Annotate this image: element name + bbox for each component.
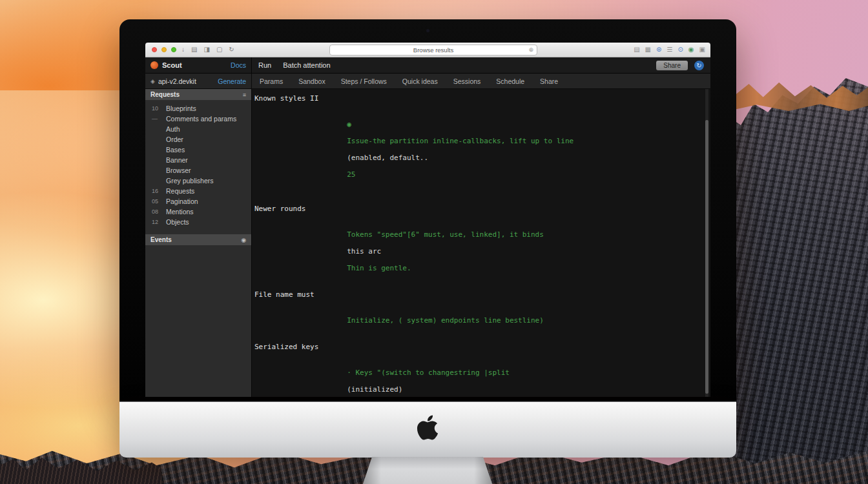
app-subheader: ◈ api-v2.devkit Generate Params Sandbox … xyxy=(145,74,710,89)
doc-line: · Keys "(switch to changestring |split (… xyxy=(254,352,699,397)
breadcrumb-item[interactable]: Batch attention xyxy=(283,61,330,69)
screenshot-stage: ↓ ▤ ◨ ▢ ↻ Browse results ⊕ ▤ ▦ xyxy=(0,0,868,484)
sidebar-item[interactable]: 16 Requests xyxy=(145,186,251,196)
app-header-main-section: Run Batch attention Share ↻ xyxy=(252,57,710,73)
extension-icons: ▤ ▦ ⊛ ☰ ⊙ ◉ ▣ xyxy=(634,45,705,54)
doc-content: Known styles II ◉ Issue-the partition in… xyxy=(252,89,710,397)
close-button[interactable] xyxy=(152,47,157,52)
browser-window: ↓ ▤ ◨ ▢ ↻ Browse results ⊕ ▤ ▦ xyxy=(145,43,710,395)
sidebar-item[interactable]: Banner xyxy=(145,155,251,165)
sidebar-footer-label: Events xyxy=(150,236,172,243)
sidebar-item-label: Comments and params xyxy=(166,115,236,123)
toolbar-icon[interactable]: ↻ xyxy=(229,45,234,54)
toolbar-icon[interactable]: ↓ xyxy=(181,45,185,54)
toolbar-icon[interactable]: ◨ xyxy=(203,45,209,54)
doc-text-segment: Initialize, ( system) endpoints line bes… xyxy=(347,316,544,325)
settings-icon[interactable]: ◉ xyxy=(241,237,246,243)
sidebar-header[interactable]: Requests ≡ xyxy=(145,89,251,100)
tab[interactable]: Sessions xyxy=(453,77,481,85)
workspace-name: api-v2.devkit xyxy=(158,77,196,85)
doc-line: ◉ Issue-the partition inline-callbacks, … xyxy=(254,103,699,196)
reader-icon[interactable]: ⊕ xyxy=(528,45,533,55)
doc-block: Newer rounds Tokens "speed"[6" must, use… xyxy=(254,205,699,289)
doc-text-segment: · Keys "(switch to changestring |split xyxy=(347,368,513,377)
doc-text-segment: (enabled, default.. xyxy=(347,154,432,162)
url-field[interactable]: Browse results ⊕ xyxy=(329,45,537,55)
browser-toolbar-icons: ↓ ▤ ◨ ▢ ↻ xyxy=(181,45,234,54)
doc-text-segment: (initialized) xyxy=(347,385,402,394)
extension-icon[interactable]: ◉ xyxy=(688,45,694,54)
tab[interactable]: Steps / Follows xyxy=(341,77,387,85)
doc-block: Serialized keys · Keys "(switch to chang… xyxy=(254,343,699,397)
toolbar-icon[interactable]: ▢ xyxy=(216,45,222,54)
apple-logo xyxy=(415,412,440,443)
header-actions: Share ↻ xyxy=(656,61,704,70)
tab[interactable]: Schedule xyxy=(496,77,524,85)
sidebar-item-label: Browser xyxy=(166,166,191,174)
scrollbar-thumb[interactable] xyxy=(705,120,708,394)
sidebar-item-label: Order xyxy=(166,136,183,143)
generate-link[interactable]: Generate xyxy=(218,77,246,85)
tab-bar: Params Sandbox Steps / Follows Quick ide… xyxy=(252,74,710,88)
sidebar-item[interactable]: Order xyxy=(145,134,251,145)
browser-chrome: ↓ ▤ ◨ ▢ ↻ Browse results ⊕ ▤ ▦ xyxy=(145,43,710,57)
imac-camera xyxy=(426,29,429,32)
doc-text-segment: 25 xyxy=(347,170,355,179)
tab[interactable]: Sandbox xyxy=(298,77,325,85)
doc-text-segment: Issue-the partition inline-callbacks, li… xyxy=(347,137,578,145)
sidebar-item[interactable]: 10 Blueprints xyxy=(145,103,251,114)
sidebar-item-label: Auth xyxy=(166,125,180,133)
sidebar-item-label: Bases xyxy=(166,146,185,154)
breadcrumb-item[interactable]: Run xyxy=(258,61,271,69)
doc-block: Known styles II ◉ Issue-the partition in… xyxy=(254,94,699,196)
sidebar-header-label: Requests xyxy=(150,91,180,98)
sidebar-item[interactable]: Bases xyxy=(145,145,251,155)
sidebar-item-badge: — xyxy=(152,116,163,122)
extension-icon[interactable]: ▣ xyxy=(699,45,705,54)
sidebar-item[interactable]: Browser xyxy=(145,165,251,176)
sidebar-item[interactable]: — Comments and params xyxy=(145,114,251,124)
sidebar-item-badge: 16 xyxy=(152,188,163,194)
app-body: Requests ≡ 10 Blueprints — Comments and … xyxy=(145,89,710,397)
sidebar-item-label: Blueprints xyxy=(166,105,196,112)
sidebar-item[interactable]: Grey publishers xyxy=(145,176,251,186)
sidebar-item[interactable]: 08 Mentions xyxy=(145,207,251,217)
sidebar-item[interactable]: 12 Objects xyxy=(145,217,251,227)
doc-heading: Known styles II xyxy=(254,94,699,103)
minimize-button[interactable] xyxy=(161,47,167,52)
share-button[interactable]: Share xyxy=(656,61,688,70)
tab[interactable]: Share xyxy=(540,77,558,85)
url-text: Browse results xyxy=(413,46,453,54)
doc-block: File name must Initialize, ( system) end… xyxy=(254,290,699,341)
extension-icon[interactable]: ⊙ xyxy=(677,45,683,54)
extension-icon[interactable]: ▤ xyxy=(634,45,639,54)
sidebar-item-label: Grey publishers xyxy=(166,177,214,185)
extension-icon[interactable]: ▦ xyxy=(645,45,651,54)
refresh-button[interactable]: ↻ xyxy=(694,61,704,70)
toolbar-icon[interactable]: ▤ xyxy=(191,45,197,54)
workspace-icon: ◈ xyxy=(150,78,155,85)
sidebar-item-badge: 05 xyxy=(152,198,163,205)
sidebar-item-badge: 10 xyxy=(152,105,163,112)
zoom-button[interactable] xyxy=(171,47,176,52)
docs-link[interactable]: Docs xyxy=(231,61,246,69)
doc-heading: Newer rounds xyxy=(254,205,699,213)
sidebar-footer[interactable]: Events ◉ xyxy=(145,234,251,245)
sidebar-item[interactable]: Auth xyxy=(145,124,251,134)
extension-icon[interactable]: ⊛ xyxy=(656,45,661,54)
doc-text-segment: ◉ xyxy=(347,120,355,128)
filter-icon[interactable]: ≡ xyxy=(243,92,246,98)
sidebar-item[interactable]: 05 Pagination xyxy=(145,196,251,207)
sidebar-item-label: Requests xyxy=(166,187,194,195)
sidebar-item-label: Banner xyxy=(166,156,188,164)
doc-text-segment: Tokens "speed"[6" must, use, linked], it… xyxy=(347,230,548,239)
doc-heading: File name must xyxy=(254,290,699,299)
imac-stand xyxy=(363,457,492,484)
extension-icon[interactable]: ☰ xyxy=(666,45,672,54)
sidebar-item-badge: 08 xyxy=(152,208,163,215)
app-header: Scout Docs Run Batch attention Share ↻ xyxy=(145,57,710,74)
tab[interactable]: Params xyxy=(260,77,283,85)
tab[interactable]: Quick ideas xyxy=(402,77,438,85)
doc-line: Tokens "speed"[6" must, use, linked], it… xyxy=(254,214,699,289)
sidebar-item-label: Pagination xyxy=(166,197,198,205)
